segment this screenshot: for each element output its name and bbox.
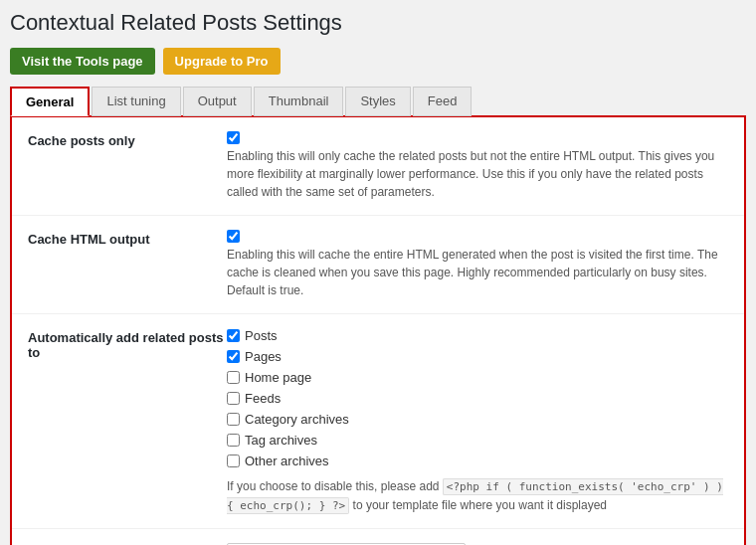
checkbox-item-input[interactable]	[227, 413, 240, 426]
tab-feed[interactable]: Feed	[413, 87, 472, 116]
checkbox-item-label: Feeds	[245, 391, 281, 406]
setting-description-cache-html: Enabling this will cache the entire HTML…	[227, 246, 728, 299]
checkbox-row-cache-posts	[227, 131, 728, 144]
checkbox-item-label: Category archives	[245, 412, 349, 427]
tab-output[interactable]: Output	[183, 87, 252, 116]
inline-code: <?php if ( function_exists( 'echo_crp' )…	[227, 478, 723, 514]
checkbox-item-input[interactable]	[227, 392, 240, 405]
checkbox-item-label: Home page	[245, 370, 311, 385]
tools-button[interactable]: Visit the Tools page	[10, 48, 155, 75]
checkbox-item: Home page	[227, 370, 728, 385]
setting-content-cache-posts: Enabling this will only cache the relate…	[227, 131, 728, 201]
top-buttons: Visit the Tools page Upgrade to Pro	[10, 48, 746, 75]
checkbox-cache-html[interactable]	[227, 230, 240, 243]
checkbox-item-input[interactable]	[227, 371, 240, 384]
tabs-container: GeneralList tuningOutputThumbnailStylesF…	[10, 87, 746, 116]
setting-description-cache-posts: Enabling this will only cache the relate…	[227, 147, 728, 201]
setting-row-cache-posts: Cache posts onlyEnabling this will only …	[12, 117, 744, 216]
checkbox-item-input[interactable]	[227, 329, 240, 342]
upgrade-button[interactable]: Upgrade to Pro	[163, 48, 281, 75]
checkbox-item-input[interactable]	[227, 454, 240, 467]
checkbox-item-input[interactable]	[227, 350, 240, 363]
checkbox-item-label: Pages	[245, 349, 282, 364]
settings-box: Cache posts onlyEnabling this will only …	[10, 115, 746, 545]
checkbox-cache-posts[interactable]	[227, 131, 240, 144]
setting-content-cache-html: Enabling this will cache the entire HTML…	[227, 230, 728, 299]
setting-content-add-related: PostsPagesHome pageFeedsCategory archive…	[227, 328, 728, 514]
checkbox-list-add-related: PostsPagesHome pageFeedsCategory archive…	[227, 328, 728, 471]
setting-label-cache-html: Cache HTML output	[28, 230, 227, 247]
checkbox-item-label: Other archives	[245, 454, 329, 468]
tab-styles[interactable]: Styles	[345, 87, 410, 116]
checkbox-item-input[interactable]	[227, 434, 240, 447]
setting-label-cache-posts: Cache posts only	[28, 131, 227, 148]
checkbox-item-label: Tag archives	[245, 433, 317, 448]
checkbox-item: Pages	[227, 349, 728, 364]
tab-list-tuning[interactable]: List tuning	[92, 87, 180, 116]
setting-row-add-related: Automatically add related posts toPostsP…	[12, 314, 744, 529]
setting-row-cache-html: Cache HTML outputEnabling this will cach…	[12, 216, 744, 314]
checkbox-item: Posts	[227, 328, 728, 343]
setting-row-display-priority: Display location prioritySelect the rela…	[12, 529, 744, 545]
checkbox-row-cache-html	[227, 230, 728, 243]
checkbox-item: Category archives	[227, 412, 728, 427]
checkbox-item: Tag archives	[227, 433, 728, 448]
checkbox-item: Feeds	[227, 391, 728, 406]
tab-general[interactable]: General	[10, 87, 90, 116]
tab-thumbnail[interactable]: Thumbnail	[254, 87, 344, 116]
checkbox-item: Other archives	[227, 454, 728, 468]
page-title: Contextual Related Posts Settings	[10, 10, 746, 36]
setting-description-add-related: If you choose to disable this, please ad…	[227, 477, 728, 514]
checkbox-item-label: Posts	[245, 328, 278, 343]
setting-label-add-related: Automatically add related posts to	[28, 328, 227, 360]
